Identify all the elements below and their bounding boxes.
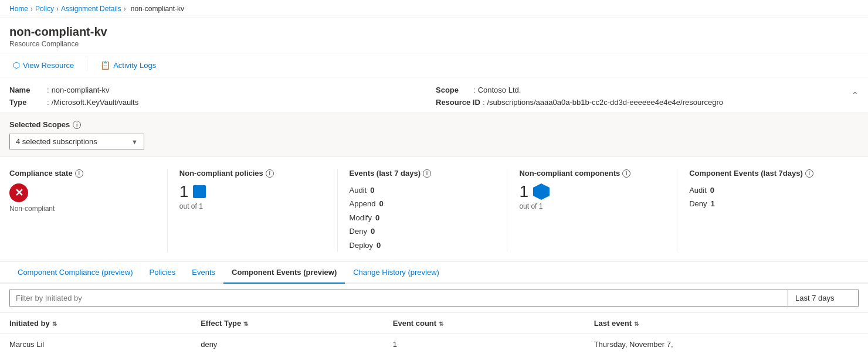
view-resource-button[interactable]: ⬡ View Resource [9,58,77,72]
breadcrumb-current: non-compliant-kv [131,5,184,13]
type-row: Type : /Microsoft.KeyVault/vaults [9,98,432,107]
name-row: Name : non-compliant-kv [9,86,432,94]
event-item: Modify 0 [350,211,496,224]
event-item: Deploy 0 [350,239,496,252]
toolbar-divider [87,59,87,71]
name-label: Name [9,86,45,94]
scope-row: Scope : Contoso Ltd. [436,86,859,94]
events-block: Events (last 7 days) i Audit 0Append 0Mo… [350,169,508,252]
non-compliant-policies-block: Non-compliant policies i 1 out of 1 [179,169,338,252]
collapse-button[interactable]: ⌃ [852,90,859,100]
events-list: Audit 0Append 0Modify 0Deny 0Deploy 0 [350,183,496,252]
non-compliant-components-sub: out of 1 [519,202,665,210]
stats-row: Compliance state i ✕ Non-compliant Non-c… [0,157,868,262]
policy-icon [193,185,206,198]
resource-id-value: /subscriptions/aaaa0a0a-bb1b-cc2c-dd3d-e… [487,98,724,107]
component-events-info-icon[interactable]: i [805,169,813,178]
tab-component-compliance[interactable]: Component Compliance (preview) [9,262,141,284]
non-compliant-components-header: Non-compliant components i [519,169,665,178]
col-initiated-by[interactable]: Initiated by⇅ [0,313,191,334]
view-resource-icon: ⬡ [13,60,20,70]
component-event-item: Audit 0 [689,183,835,197]
scopes-dropdown[interactable]: 4 selected subscriptions ▼ [9,134,144,149]
toolbar: ⬡ View Resource 📋 Activity Logs [0,53,868,77]
table-row[interactable]: Marcus Lildeny1Thursday, November 7, [0,333,868,354]
component-cube-icon [533,183,550,200]
component-events-list: Audit 0Deny 1 [689,183,835,211]
page-header: non-compliant-kv Resource Compliance [0,18,868,53]
tab-events[interactable]: Events [184,262,223,284]
breadcrumb-policy[interactable]: Policy [35,5,54,13]
data-table: Initiated by⇅Effect Type⇅Event count⇅Las… [0,313,868,354]
cell-initiated_by: Marcus Lil [0,333,191,354]
activity-logs-button[interactable]: 📋 Activity Logs [97,58,160,72]
type-value: /Microsoft.KeyVault/vaults [52,98,139,107]
component-events-header: Component Events (last 7days) i [689,169,835,178]
compliance-state-block: Compliance state i ✕ Non-compliant [9,169,168,252]
non-compliant-policies-info-icon[interactable]: i [266,169,274,178]
breadcrumb-assignment-details[interactable]: Assignment Details [61,5,121,13]
events-info-icon[interactable]: i [423,169,431,178]
non-compliant-icon: ✕ [9,183,28,202]
non-compliant-policies-header: Non-compliant policies i [179,169,326,178]
event-item: Deny 0 [350,224,496,238]
non-compliant-policies-sub: out of 1 [179,202,326,210]
resource-id-label: Resource ID [436,98,480,107]
scopes-section: Selected Scopes i 4 selected subscriptio… [0,113,868,157]
tab-policies[interactable]: Policies [141,262,184,284]
non-compliant-components-block: Non-compliant components i 1 out of 1 [519,169,677,252]
col-last-event[interactable]: Last event⇅ [585,313,868,334]
page-subtitle: Resource Compliance [9,40,859,48]
breadcrumb: Home › Policy › Assignment Details › non… [0,0,868,18]
compliance-state-info-icon[interactable]: i [75,169,83,178]
resource-details: Name : non-compliant-kv Type : /Microsof… [0,77,868,113]
type-label: Type [9,98,45,107]
dropdown-arrow-icon: ▼ [131,138,138,145]
events-header: Events (last 7 days) i [350,169,496,178]
cell-event_count: 1 [384,333,585,354]
scopes-label: Selected Scopes i [9,120,859,129]
tabs-row: Component Compliance (preview)PoliciesEv… [0,262,868,284]
compliance-state-header: Compliance state i [9,169,155,178]
resource-id-row: Resource ID : /subscriptions/aaaa0a0a-bb… [436,98,859,107]
scope-label: Scope [436,86,471,94]
tab-change-history[interactable]: Change History (preview) [345,262,447,284]
non-compliant-policies-number: 1 [179,183,189,200]
scopes-info-icon[interactable]: i [73,121,81,129]
breadcrumb-home[interactable]: Home [9,5,28,13]
compliance-state-value: Non-compliant [9,205,155,213]
tab-component-events[interactable]: Component Events (preview) [223,262,345,284]
cell-effect_type: deny [191,333,384,354]
event-item: Audit 0 [350,183,496,197]
col-effect-type[interactable]: Effect Type⇅ [191,313,384,334]
non-compliant-components-info-icon[interactable]: i [622,169,630,178]
page-title: non-compliant-kv [9,25,859,39]
time-range-dropdown[interactable]: Last 7 days [788,290,859,307]
activity-logs-icon: 📋 [100,60,110,70]
col-event-count[interactable]: Event count⇅ [384,313,585,334]
non-compliant-components-number: 1 [519,183,528,200]
cell-last_event: Thursday, November 7, [585,333,868,354]
filter-bar: Last 7 days [0,284,868,313]
name-value: non-compliant-kv [52,86,110,94]
component-events-block: Component Events (last 7days) i Audit 0D… [689,169,847,252]
filter-input[interactable] [9,290,788,307]
scope-value: Contoso Ltd. [478,86,521,94]
event-item: Append 0 [350,197,496,210]
component-event-item: Deny 1 [689,197,835,210]
